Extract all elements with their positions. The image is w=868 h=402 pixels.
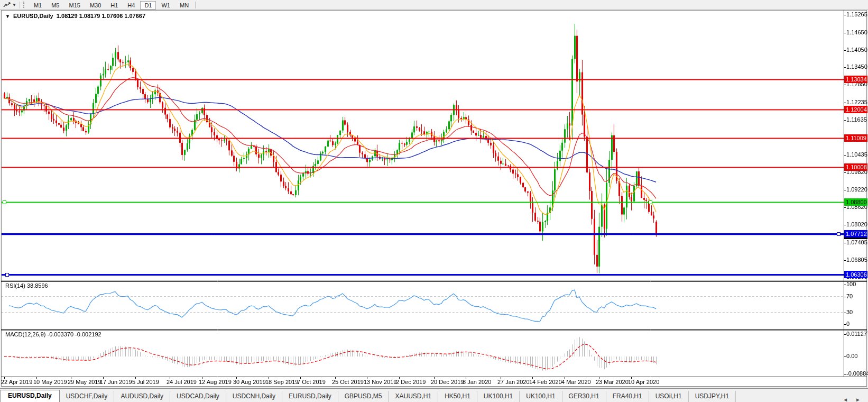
date-tick-label[interactable]: 18 Sep 2019 xyxy=(265,379,298,385)
date-tick-label[interactable]: 8 Jan 2020 xyxy=(463,379,491,385)
date-tick-label[interactable]: 5 Jul 2019 xyxy=(132,379,159,385)
timeframe-button-w1[interactable]: W1 xyxy=(157,1,174,10)
date-tick-label[interactable]: 27 Jan 2020 xyxy=(497,379,530,385)
macd-tick-label: 0.00 xyxy=(846,353,857,359)
date-tick-label[interactable]: 12 Aug 2019 xyxy=(199,379,232,385)
chart-tabs: EURUSD,DailyUSDCHF,DailyAUDUSD,DailyUSDC… xyxy=(0,390,736,402)
chart-tab-xauusd-h1[interactable]: XAUUSD,H1 xyxy=(389,391,438,402)
price-chart-canvas[interactable] xyxy=(0,0,868,402)
timeframe-button-h1[interactable]: H1 xyxy=(106,1,122,10)
level-price-label: 1.06306 xyxy=(844,271,867,278)
chart-tab-fra40-h1[interactable]: FRA40,H1 xyxy=(606,391,649,402)
timeframe-buttons: M1M5M15M30H1H4D1W1MN xyxy=(29,0,193,10)
price-tick-label: 1.11635 xyxy=(846,116,867,123)
date-tick-label[interactable]: 13 Nov 2019 xyxy=(364,379,396,385)
price-tick-label: 1.10435 xyxy=(846,151,867,158)
timeframe-button-h4[interactable]: H4 xyxy=(123,1,139,10)
rsi-tick-label: 0 xyxy=(846,321,849,327)
price-tick-label: 1.15265 xyxy=(846,11,867,17)
date-tick-label[interactable]: 30 Aug 2019 xyxy=(233,379,266,385)
macd-indicator-label: MACD(12,26,9) -0.003370 -0.002192 xyxy=(5,331,101,337)
price-tick-label: 1.13450 xyxy=(846,63,867,70)
rsi-tick-label: 100 xyxy=(846,281,856,287)
chart-tab-bar: EURUSD,DailyUSDCHF,DailyAUDUSD,DailyUSDC… xyxy=(0,388,868,402)
date-tick-label[interactable]: 2 Dec 2019 xyxy=(396,379,426,385)
timeframe-button-m30[interactable]: M30 xyxy=(86,1,105,10)
chart-tab-eurusd-daily[interactable]: EURUSD,Daily xyxy=(0,390,60,402)
date-tick-label[interactable]: 20 Dec 2019 xyxy=(431,379,464,385)
chart-tab-eurusd-daily[interactable]: EURUSD,Daily xyxy=(282,391,338,402)
date-tick-label[interactable]: 29 May 2019 xyxy=(68,379,101,385)
chart-tab-usdjpy-h1[interactable]: USDJPY,H1 xyxy=(689,391,736,402)
price-tick-label: 1.09220 xyxy=(846,186,867,193)
date-tick-label[interactable]: 7 Oct 2019 xyxy=(297,379,326,385)
mt4-window: ▼ M1M5M15M30H1H4D1W1MN ▼EURUSD,Daily 1.0… xyxy=(0,0,868,402)
quote-collapse-icon[interactable]: ▼ xyxy=(5,14,10,19)
chart-tab-hk50-h1[interactable]: HK50,H1 xyxy=(438,391,477,402)
chart-tab-gbpusd-m5[interactable]: GBPUSD,M5 xyxy=(338,391,389,402)
date-tick-label[interactable]: 25 Oct 2019 xyxy=(332,379,364,385)
date-tick-label[interactable]: 14 Feb 2020 xyxy=(529,379,562,385)
chart-tab-ger30-h1[interactable]: GER30,H1 xyxy=(562,391,606,402)
price-tick-label: 1.07405 xyxy=(846,239,867,245)
date-tick-label[interactable]: 24 Jul 2019 xyxy=(167,379,197,385)
date-tick-label[interactable]: 10 Apr 2020 xyxy=(628,379,659,385)
price-tick-label: 1.06805 xyxy=(846,257,867,263)
level-price-label: 1.07712 xyxy=(844,230,867,237)
timeframe-button-m5[interactable]: M5 xyxy=(47,1,63,10)
chart-tab-uk100-h1[interactable]: UK100,H1 xyxy=(477,391,520,402)
price-tick-label: 1.12235 xyxy=(846,99,867,105)
toolbar-grip[interactable] xyxy=(23,2,26,8)
chart-tab-uk100-h1[interactable]: UK100,H1 xyxy=(520,391,562,402)
timeframe-toolbar: ▼ M1M5M15M30H1H4D1W1MN xyxy=(0,0,868,10)
rsi-tick-label: 30 xyxy=(846,309,853,315)
level-price-label: 1.13034 xyxy=(844,76,867,83)
chart-tab-usoil-h1[interactable]: USOil,H1 xyxy=(649,391,689,402)
chart-tab-usdcad-daily[interactable]: USDCAD,Daily xyxy=(170,391,226,402)
timeframe-button-mn[interactable]: MN xyxy=(176,1,193,10)
tab-scroll-left-icon[interactable]: ◄ xyxy=(843,397,848,402)
toolbar-separator xyxy=(195,2,196,8)
date-tick-label[interactable]: 4 Mar 2020 xyxy=(561,379,591,385)
date-tick-label[interactable]: 17 Jun 2019 xyxy=(100,379,132,385)
date-tick-label[interactable]: 22 Apr 2019 xyxy=(1,379,32,385)
macd-tick-label: -0.008845 xyxy=(846,370,868,377)
macd-tick-label: 0.011277 xyxy=(846,331,868,337)
timeframe-button-d1[interactable]: D1 xyxy=(140,1,156,10)
timeframe-button-m15[interactable]: M15 xyxy=(64,1,84,10)
tab-scroll-right-icon[interactable]: ► xyxy=(855,397,861,402)
level-price-label: 1.12004 xyxy=(844,106,867,113)
date-tick-label[interactable]: 23 Mar 2020 xyxy=(596,379,629,385)
rsi-indicator-label: RSI(14) 38.8596 xyxy=(5,282,48,289)
level-price-label: 1.08800 xyxy=(844,198,867,206)
chart-tab-usdcnh-daily[interactable]: USDCNH,Daily xyxy=(226,391,282,402)
chart-symbol: EURUSD,Daily xyxy=(13,13,53,19)
price-tick-label: 1.08020 xyxy=(846,221,867,227)
chart-tab-usdchf-daily[interactable]: USDCHF,Daily xyxy=(60,391,115,402)
rsi-tick-label: 70 xyxy=(846,293,853,299)
toolbar-separator xyxy=(20,2,20,8)
chart-ohlc: 1.08129 1.08179 1.07606 1.07667 xyxy=(57,13,145,19)
chevron-down-icon[interactable]: ▼ xyxy=(12,3,16,7)
timeframe-button-m1[interactable]: M1 xyxy=(30,1,46,10)
tab-scroll-controls: ◄ ► xyxy=(843,397,868,402)
date-tick-label[interactable]: 10 May 2019 xyxy=(33,379,67,385)
price-tick-label: 1.14050 xyxy=(846,47,867,53)
chart-title: ▼EURUSD,Daily 1.08129 1.08179 1.07606 1.… xyxy=(5,13,145,19)
chart-tab-audusd-daily[interactable]: AUDUSD,Daily xyxy=(114,391,170,402)
price-tick-label: 1.14650 xyxy=(846,29,867,35)
line-studies-icon[interactable] xyxy=(2,1,12,8)
level-price-label: 1.10008 xyxy=(844,163,867,171)
level-price-label: 1.11009 xyxy=(844,134,867,142)
